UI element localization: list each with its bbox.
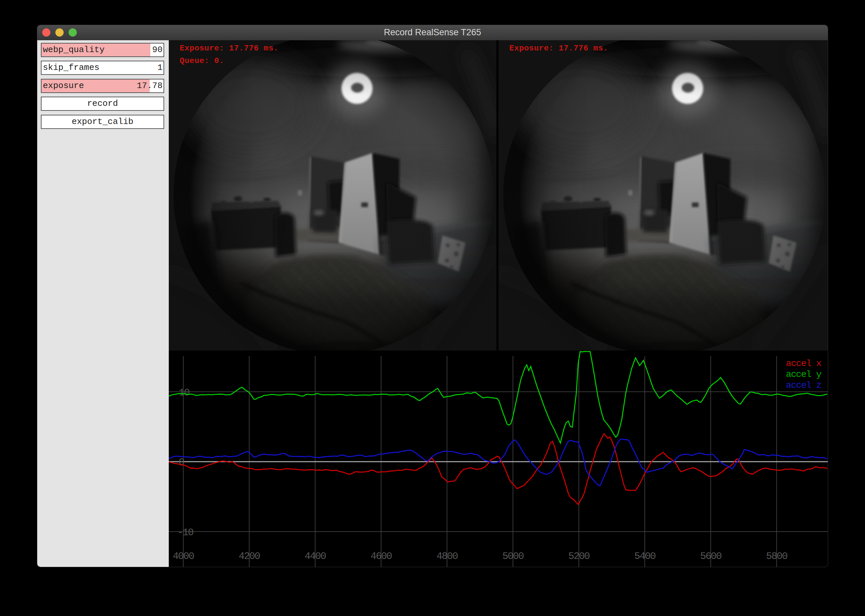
svg-text:5200: 5200: [568, 551, 590, 562]
svg-text:10: 10: [179, 387, 190, 398]
svg-text:4200: 4200: [239, 551, 260, 562]
svg-text:5800: 5800: [766, 551, 788, 562]
svg-text:accel z: accel z: [786, 380, 821, 390]
svg-text:4000: 4000: [173, 551, 194, 562]
svg-text:5600: 5600: [700, 551, 722, 562]
svg-text:5000: 5000: [502, 551, 524, 562]
svg-text:4600: 4600: [370, 551, 392, 562]
svg-text:5400: 5400: [634, 551, 656, 562]
svg-text:4400: 4400: [305, 551, 326, 562]
svg-text:-10: -10: [177, 527, 193, 538]
svg-text:0: 0: [179, 457, 184, 468]
svg-text:accel y: accel y: [786, 369, 821, 380]
svg-text:accel x: accel x: [786, 358, 821, 369]
svg-text:4800: 4800: [436, 551, 458, 562]
